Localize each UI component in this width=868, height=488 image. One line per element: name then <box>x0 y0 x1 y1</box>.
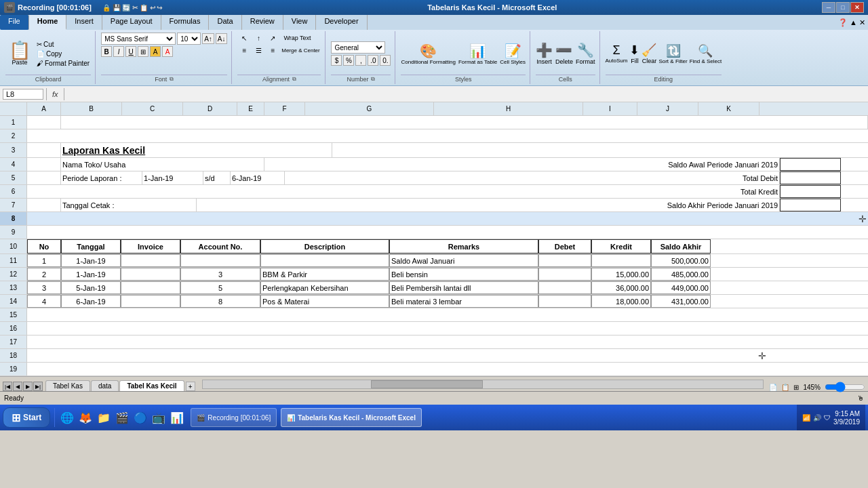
cell-rest-1[interactable] <box>61 116 868 129</box>
sort-filter-button[interactable]: 🔃 Sort & Filter <box>658 43 687 64</box>
align-center-button[interactable]: ☰ <box>252 45 265 56</box>
cell-E5[interactable]: s/d <box>203 171 231 184</box>
row-header-13[interactable]: 13 <box>0 281 27 294</box>
cell-rest-3[interactable] <box>332 143 868 157</box>
cell-D11[interactable] <box>121 254 180 267</box>
percent-button[interactable]: % <box>343 55 354 66</box>
view-normal-icon[interactable]: 📄 <box>769 384 777 391</box>
view-page-break-icon[interactable]: ⊞ <box>793 384 799 391</box>
cell-rest-2[interactable] <box>27 129 868 142</box>
copy-button[interactable]: 📄Copy <box>35 49 91 58</box>
fill-color-button[interactable]: A <box>150 46 161 57</box>
folder-icon[interactable]: 📁 <box>96 409 112 426</box>
cell-I13[interactable] <box>538 281 591 294</box>
col-header-F[interactable]: F <box>264 102 305 115</box>
tab-pagelayout[interactable]: Page Layout <box>102 15 161 30</box>
sheet-last-button[interactable]: ▶| <box>33 382 43 391</box>
row-header-8[interactable]: 8 <box>0 212 27 225</box>
cell-J12[interactable]: 15,000.00 <box>591 268 651 281</box>
cell-J13[interactable]: 36,000.00 <box>591 281 651 294</box>
font-size-select[interactable]: 10 <box>177 33 201 45</box>
cell-EF11[interactable] <box>180 254 260 267</box>
cell-rest-8[interactable] <box>27 212 857 225</box>
cut-button[interactable]: ✂Cut <box>35 40 91 49</box>
bold-button[interactable]: B <box>101 46 112 57</box>
italic-button[interactable]: I <box>113 46 124 57</box>
cell-C10[interactable]: Tanggal <box>61 239 121 253</box>
cell-D14[interactable] <box>121 295 180 308</box>
row-header-5[interactable]: 5 <box>0 171 27 184</box>
row-header-11[interactable]: 11 <box>0 254 27 267</box>
cell-A3[interactable] <box>27 143 61 157</box>
cell-A1[interactable] <box>27 116 61 129</box>
align-left-button[interactable]: ≡ <box>237 45 251 56</box>
minimize-button[interactable]: ─ <box>822 2 835 13</box>
excel-icon[interactable]: 📊 <box>169 409 185 426</box>
cell-J6[interactable] <box>780 185 841 198</box>
fill-button[interactable]: ⬇ Fill <box>629 43 639 64</box>
align-right-button[interactable]: ≡ <box>266 45 279 56</box>
cell-J7[interactable] <box>780 199 841 211</box>
cell-D12[interactable] <box>121 268 180 281</box>
add-sheet-button[interactable]: + <box>186 382 195 391</box>
font-dialog-button[interactable]: ⧉ <box>170 76 174 83</box>
sheet-next-button[interactable]: ▶ <box>23 382 33 391</box>
merge-center-button[interactable]: Merge & Center <box>280 45 321 56</box>
tab-view[interactable]: View <box>283 15 317 30</box>
row-header-6[interactable]: 6 <box>0 185 27 198</box>
border-button[interactable]: ⊞ <box>138 46 149 57</box>
row-header-18[interactable]: 18 <box>0 349 27 362</box>
cell-H7[interactable]: Saldo Akhir Periode Januari 2019 <box>631 199 780 211</box>
tab-developer[interactable]: Developer <box>316 15 367 30</box>
cell-K10[interactable]: Saldo Akhir <box>651 239 711 253</box>
tab-file[interactable]: File <box>0 15 29 30</box>
cell-A4[interactable] <box>27 158 61 171</box>
horizontal-scrollbar[interactable] <box>202 380 764 389</box>
help-icon[interactable]: ❓ <box>838 18 848 27</box>
font-grow-button[interactable]: A↑ <box>202 33 214 44</box>
col-header-H[interactable]: H <box>434 102 583 115</box>
row-header-12[interactable]: 12 <box>0 268 27 281</box>
cell-F5[interactable]: 6-Jan-19 <box>231 171 285 184</box>
cell-K7[interactable] <box>841 199 868 211</box>
ie-icon[interactable]: 🌐 <box>59 409 75 426</box>
row-header-19[interactable]: 19 <box>0 363 27 375</box>
paste-button[interactable]: 📋 Paste <box>5 39 34 68</box>
cell-mid-5[interactable] <box>285 171 726 184</box>
cell-H4[interactable]: Saldo Awal Periode Januari 2019 <box>631 158 780 171</box>
cell-H12[interactable]: Beli bensin <box>389 268 538 281</box>
cell-B14[interactable]: 4 <box>27 295 61 308</box>
format-button[interactable]: 🔧 Format <box>576 42 595 65</box>
sheet-tab-data[interactable]: data <box>91 380 119 391</box>
cell-K14[interactable]: 431,000.00 <box>651 295 711 308</box>
cell-G14[interactable]: Pos & Materai <box>260 295 389 308</box>
font-color-button[interactable]: A <box>162 46 173 57</box>
font-shrink-button[interactable]: A↓ <box>216 33 228 44</box>
cell-mid-4[interactable] <box>264 158 631 171</box>
tab-formulas[interactable]: Formulas <box>161 15 210 30</box>
cell-H10[interactable]: Remarks <box>389 239 538 253</box>
cell-B10[interactable]: No <box>27 239 61 253</box>
cell-K12[interactable]: 485,000.00 <box>651 268 711 281</box>
comma-button[interactable]: , <box>355 55 366 66</box>
clear-button[interactable]: 🧹 Clear <box>642 43 656 64</box>
underline-button[interactable]: U <box>125 46 136 57</box>
format-painter-button[interactable]: 🖌Format Painter <box>35 59 91 68</box>
cell-mid-7[interactable] <box>197 199 631 211</box>
cell-G10[interactable]: Description <box>260 239 389 253</box>
conditional-formatting-button[interactable]: 🎨 Conditional Formatting <box>401 43 455 65</box>
cell-B3[interactable]: Laporan Kas Kecil <box>61 143 332 157</box>
row-header-16[interactable]: 16 <box>0 322 27 335</box>
cell-A7[interactable] <box>27 199 61 211</box>
row-header-2[interactable]: 2 <box>0 129 27 142</box>
col-header-B[interactable]: B <box>61 102 122 115</box>
row-header-17[interactable]: 17 <box>0 336 27 348</box>
wrap-text-button[interactable]: Wrap Text <box>280 33 314 43</box>
cell-G11[interactable] <box>260 254 389 267</box>
col-header-G[interactable]: G <box>305 102 434 115</box>
cell-E12[interactable]: 3 <box>180 268 260 281</box>
align-top-right-button[interactable]: ↗ <box>266 33 279 43</box>
tab-insert[interactable]: Insert <box>66 15 102 30</box>
zoom-slider[interactable] <box>825 383 865 391</box>
number-format-select[interactable]: General <box>331 41 385 54</box>
